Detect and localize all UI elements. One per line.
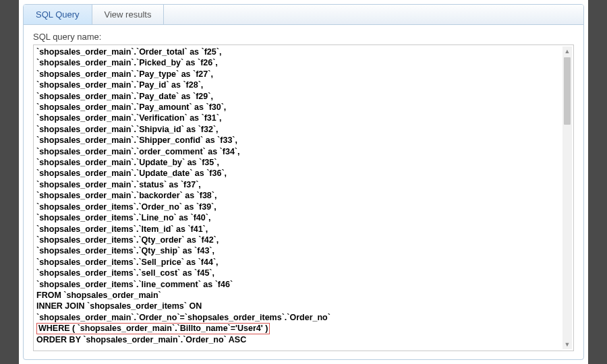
- tab-bar: SQL Query View results: [24, 5, 583, 25]
- page-wrap: SQL Query View results SQL query name: `…: [19, 0, 588, 364]
- tab-sql-query[interactable]: SQL Query: [24, 5, 92, 24]
- scroll-up-icon[interactable]: ▲: [562, 47, 572, 56]
- highlighted-where-clause: WHERE ( `shopsales_order_main`.`Billto_n…: [36, 323, 270, 334]
- query-text: `shopsales_order_main`.`Order_total` as …: [36, 47, 561, 349]
- tab-view-results[interactable]: View results: [92, 5, 165, 24]
- scroll-down-icon[interactable]: ▼: [562, 340, 572, 349]
- query-textarea[interactable]: `shopsales_order_main`.`Order_total` as …: [33, 44, 574, 351]
- scrollbar[interactable]: ▲ ▼: [562, 47, 572, 349]
- tab-content: SQL query name: `shopsales_order_main`.`…: [24, 25, 583, 351]
- scroll-thumb[interactable]: [564, 57, 571, 125]
- query-name-label: SQL query name:: [33, 32, 574, 42]
- sql-panel: SQL Query View results SQL query name: `…: [23, 4, 584, 360]
